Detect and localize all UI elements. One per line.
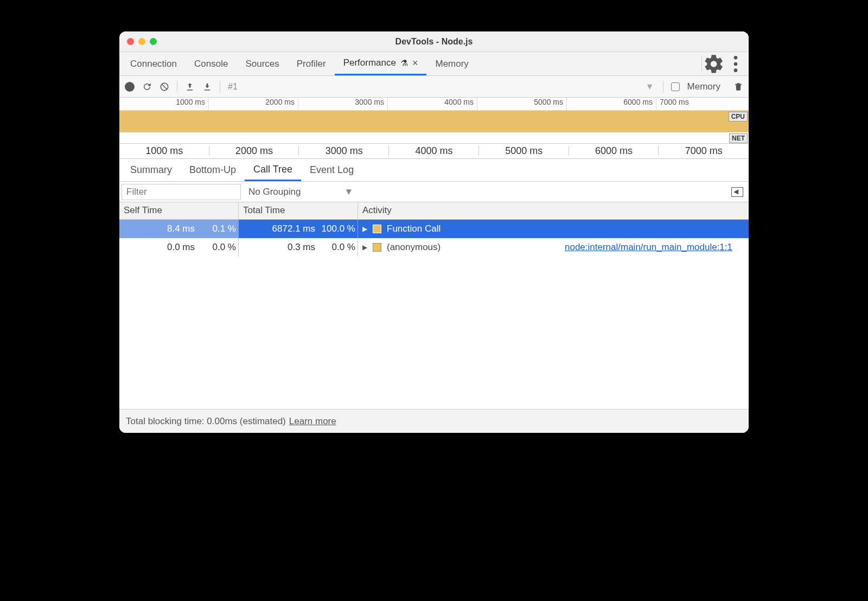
devtools-window: DevTools - Node.js Connection Console So… — [119, 31, 749, 433]
panel-tabs: Connection Console Sources Profiler Perf… — [119, 52, 749, 76]
tab-label: Performance — [343, 57, 396, 68]
more-menu-button[interactable] — [725, 52, 746, 75]
settings-button[interactable] — [703, 52, 725, 75]
detail-ruler[interactable]: 1000 ms 2000 ms 3000 ms 4000 ms 5000 ms … — [119, 144, 749, 159]
clear-icon[interactable] — [159, 82, 169, 92]
ruler-tick: 3000 ms — [298, 98, 388, 110]
activity-name: Function Call — [387, 223, 441, 234]
total-pct: 0.0 % — [317, 242, 355, 253]
close-window-button[interactable] — [127, 38, 134, 45]
cell-total: 0.3 ms 0.0 % — [239, 238, 358, 257]
ruler-tick: 4000 ms — [389, 144, 479, 158]
memory-checkbox-label: Memory — [687, 81, 720, 92]
ruler-tick: 6000 ms — [567, 98, 656, 110]
cell-self: 8.4 ms 0.1 % — [119, 220, 239, 238]
window-controls — [127, 38, 157, 45]
activity-name: (anonymous) — [387, 242, 441, 253]
dropdown-icon[interactable]: ▼ — [646, 82, 654, 92]
trash-icon[interactable] — [733, 82, 743, 92]
total-pct: 100.0 % — [317, 223, 355, 234]
table-header: Self Time Total Time Activity — [119, 202, 749, 220]
svg-point-1 — [734, 62, 738, 66]
self-pct: 0.0 % — [198, 242, 236, 253]
table-row[interactable]: 0.0 ms 0.0 % 0.3 ms 0.0 % ▶ (anonymous) … — [119, 238, 749, 257]
ruler-tick: 5000 ms — [477, 98, 567, 110]
separator — [177, 81, 177, 93]
cell-self: 0.0 ms 0.0 % — [119, 238, 239, 257]
window-title: DevTools - Node.js — [119, 37, 749, 47]
table-body: 8.4 ms 0.1 % 6872.1 ms 100.0 % ▶ Functio… — [119, 220, 749, 409]
tab-performance[interactable]: Performance ⚗ × — [335, 52, 427, 75]
reload-icon[interactable] — [142, 82, 152, 92]
tab-console[interactable]: Console — [186, 52, 237, 75]
upload-icon[interactable] — [185, 82, 195, 92]
learn-more-link[interactable]: Learn more — [289, 416, 336, 427]
tab-label: Connection — [130, 59, 177, 69]
separator — [220, 81, 220, 93]
subtab-calltree[interactable]: Call Tree — [245, 159, 301, 181]
grouping-select[interactable]: No Grouping ▼ — [248, 187, 353, 197]
tab-label: Memory — [435, 59, 468, 69]
source-link[interactable]: node:internal/main/run_main_module:1:1 — [565, 242, 732, 253]
col-activity[interactable]: Activity — [358, 202, 749, 219]
subtab-eventlog[interactable]: Event Log — [301, 159, 362, 181]
expand-icon[interactable]: ▶ — [362, 244, 367, 251]
ruler-tick: 6000 ms — [569, 144, 659, 158]
tab-memory[interactable]: Memory — [426, 52, 477, 75]
separator — [701, 56, 702, 71]
minimize-window-button[interactable] — [138, 38, 145, 45]
category-swatch — [373, 225, 381, 233]
expand-icon[interactable]: ▶ — [362, 225, 367, 233]
tab-label: Profiler — [297, 59, 326, 69]
chevron-down-icon: ▼ — [344, 187, 353, 197]
ruler-tick: 3000 ms — [299, 144, 389, 158]
overview-ruler[interactable]: 1000 ms 2000 ms 3000 ms 4000 ms 5000 ms … — [119, 98, 749, 111]
svg-point-2 — [734, 68, 738, 72]
self-ms: 8.4 ms — [141, 223, 195, 234]
subtab-label: Call Tree — [253, 164, 292, 175]
col-total-time[interactable]: Total Time — [239, 202, 358, 219]
self-ms: 0.0 ms — [141, 242, 195, 253]
flask-icon: ⚗ — [400, 58, 408, 68]
record-button[interactable] — [125, 82, 135, 92]
ruler-tick: 2000 ms — [209, 98, 298, 110]
category-swatch — [373, 243, 381, 252]
titlebar: DevTools - Node.js — [119, 31, 749, 52]
heaviest-stack-toggle[interactable] — [731, 187, 743, 197]
performance-toolbar: #1 ▼ Memory — [119, 76, 749, 98]
tab-sources[interactable]: Sources — [237, 52, 288, 75]
net-overview-row: NET — [119, 132, 749, 143]
ruler-tick: 7000 ms — [656, 98, 749, 110]
recording-label[interactable]: #1 — [228, 82, 638, 92]
svg-point-0 — [734, 56, 738, 60]
grouping-label: No Grouping — [248, 187, 301, 197]
overview-pane[interactable]: CPU NET — [119, 111, 749, 144]
ruler-tick: 1000 ms — [119, 98, 209, 110]
subtab-label: Event Log — [310, 164, 354, 176]
filter-input[interactable] — [122, 184, 241, 200]
cpu-label: CPU — [729, 112, 748, 122]
download-icon[interactable] — [202, 82, 212, 92]
total-ms: 6872.1 ms — [261, 223, 315, 234]
table-row[interactable]: 8.4 ms 0.1 % 6872.1 ms 100.0 % ▶ Functio… — [119, 220, 749, 238]
subtab-label: Summary — [130, 164, 172, 176]
tab-connection[interactable]: Connection — [122, 52, 186, 75]
col-self-time[interactable]: Self Time — [119, 202, 239, 219]
zoom-window-button[interactable] — [150, 38, 157, 45]
subtab-summary[interactable]: Summary — [122, 159, 181, 181]
memory-checkbox[interactable] — [671, 82, 680, 91]
ruler-tick: 2000 ms — [209, 144, 299, 158]
close-tab-icon[interactable]: × — [412, 57, 418, 69]
total-ms: 0.3 ms — [261, 242, 315, 253]
blocking-time-text: Total blocking time: 0.00ms (estimated) — [126, 416, 286, 427]
filter-bar: No Grouping ▼ — [119, 182, 749, 202]
tab-profiler[interactable]: Profiler — [288, 52, 335, 75]
cell-total: 6872.1 ms 100.0 % — [239, 220, 358, 238]
kebab-icon — [725, 53, 746, 75]
subtab-label: Bottom-Up — [189, 164, 236, 176]
ruler-tick: 5000 ms — [479, 144, 569, 158]
cpu-overview-row: CPU — [119, 111, 749, 132]
stack-icon — [731, 187, 743, 197]
cell-activity: ▶ (anonymous) node:internal/main/run_mai… — [358, 238, 749, 257]
subtab-bottomup[interactable]: Bottom-Up — [181, 159, 245, 181]
